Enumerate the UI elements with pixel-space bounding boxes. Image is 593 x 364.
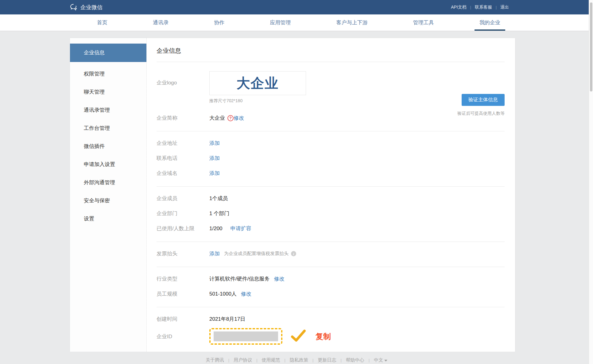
nav-tab-my-company[interactable]: 我的企业 (475, 14, 505, 31)
brand: 企业微信 (70, 4, 103, 11)
sidebar-item-wechat-plugin[interactable]: 微信插件 (70, 137, 146, 155)
members-row: 企业成员 1个成员 (157, 191, 505, 206)
industry-type-value: 计算机软件/硬件/信息服务 (209, 275, 269, 282)
nav-tab-collaboration[interactable]: 协作 (209, 14, 229, 31)
sidebar-item-settings[interactable]: 设置 (70, 210, 146, 228)
footer-link-user-agreement[interactable]: 用户协议 (234, 357, 252, 363)
staff-size-value: 501-1000人 (209, 290, 237, 297)
nav-tab-customers[interactable]: 客户与上下游 (331, 14, 373, 31)
company-domain-row: 企业域名 添加 (157, 166, 505, 181)
language-selector[interactable]: 中文 (374, 357, 387, 363)
separator: | (369, 358, 370, 362)
company-address-add-link[interactable]: 添加 (209, 140, 220, 147)
section-industry: 行业类型 计算机软件/硬件/信息服务 修改 员工规模 501-1000人 修改 (157, 267, 505, 307)
created-date-value: 2021年8月17日 (209, 316, 245, 323)
annotation-copy-label: 复制 (316, 331, 331, 342)
separator: | (256, 358, 257, 362)
sidebar-item-permissions[interactable]: 权限管理 (70, 65, 146, 83)
window-scrollbar-thumb[interactable] (590, 2, 592, 91)
content-card: 企业信息 权限管理 聊天管理 通讯录管理 工作台管理 微信插件 申请加入设置 外… (70, 38, 515, 352)
company-address-label: 企业地址 (157, 140, 209, 147)
section-meta: 创建时间 2021年8月17日 企业ID 复制 (157, 307, 505, 352)
verify-entity-button[interactable]: 验证主体信息 (462, 94, 505, 106)
separator: | (228, 358, 229, 362)
sidebar-item-join-settings[interactable]: 申请加入设置 (70, 155, 146, 173)
sidebar-item-workbench[interactable]: 工作台管理 (70, 119, 146, 137)
quota-value: 1/200 (209, 226, 223, 232)
sidebar-item-company-info[interactable]: 企业信息 (70, 44, 146, 62)
staff-size-label: 员工规模 (157, 290, 209, 297)
wechat-work-logo-icon (70, 4, 78, 11)
nav-tab-home[interactable]: 首页 (92, 14, 112, 31)
invoice-hint: 为企业成员配置增值税发票抬头 (224, 251, 289, 257)
invoice-row: 发票抬头 添加 为企业成员配置增值税发票抬头 i (157, 246, 505, 261)
quota-label: 已使用/人数上限 (157, 225, 209, 232)
top-bar: 企业微信 API文档 | 联系客服 | 退出 (0, 0, 593, 14)
separator: | (285, 358, 285, 362)
company-info-panel: 企业信息 企业logo 大企业 推荐尺寸702*180 企业简称 大企业 (147, 38, 515, 352)
sidebar-item-chat-management[interactable]: 聊天管理 (70, 83, 146, 101)
sidebar-item-external-comm[interactable]: 外部沟通管理 (70, 173, 146, 192)
page-body: 企业信息 权限管理 聊天管理 通讯录管理 工作台管理 微信插件 申请加入设置 外… (0, 31, 593, 363)
separator: | (340, 358, 341, 362)
separator: | (470, 5, 471, 10)
created-date-label: 创建时间 (157, 316, 209, 323)
expand-quota-link[interactable]: 申请扩容 (231, 225, 251, 232)
industry-type-row: 行业类型 计算机软件/硬件/信息服务 修改 (157, 271, 505, 286)
company-logo-upload[interactable]: 大企业 (209, 71, 306, 95)
logo-size-hint: 推荐尺寸702*180 (209, 98, 306, 104)
members-label: 企业成员 (157, 195, 209, 202)
invoice-label: 发票抬头 (157, 250, 209, 257)
short-name-label: 企业简称 (157, 114, 209, 122)
section-identity: 企业logo 大企业 推荐尺寸702*180 企业简称 大企业 ? 修改 验 (157, 62, 505, 131)
company-domain-add-link[interactable]: 添加 (209, 170, 220, 177)
contact-support-link[interactable]: 联系客服 (475, 5, 492, 10)
footer-link-privacy-policy[interactable]: 隐私政策 (290, 357, 308, 363)
contact-phone-label: 联系电话 (157, 155, 209, 162)
separator: | (496, 5, 497, 10)
window-scrollbar-track[interactable] (589, 0, 593, 364)
company-address-row: 企业地址 添加 (157, 136, 505, 151)
settings-sidebar: 企业信息 权限管理 聊天管理 通讯录管理 工作台管理 微信插件 申请加入设置 外… (70, 38, 147, 352)
footer-link-changelog[interactable]: 更新日志 (318, 357, 336, 363)
members-value: 1个成员 (209, 195, 228, 202)
nav-tab-admin-tools[interactable]: 管理工具 (408, 14, 439, 31)
contact-phone-add-link[interactable]: 添加 (209, 155, 220, 162)
invoice-add-link[interactable]: 添加 (209, 250, 220, 257)
question-circle-icon[interactable]: ? (227, 115, 234, 121)
short-name-value: 大企业 (209, 114, 225, 122)
company-logo-label: 企业logo (157, 71, 209, 104)
footer-link-usage-rules[interactable]: 使用规范 (262, 357, 280, 363)
top-bar-links: API文档 | 联系客服 | 退出 (451, 5, 509, 10)
info-circle-icon[interactable]: i (291, 251, 296, 256)
staff-size-edit-link[interactable]: 修改 (241, 290, 251, 297)
footer-link-help-center[interactable]: 帮助中心 (346, 357, 364, 363)
nav-tab-apps[interactable]: 应用管理 (265, 14, 296, 31)
logout-link[interactable]: 退出 (500, 5, 509, 10)
corp-id-value-redacted (214, 331, 278, 341)
sidebar-item-contacts-management[interactable]: 通讯录管理 (70, 101, 146, 119)
primary-nav: 首页 通讯录 协作 应用管理 客户与上下游 管理工具 我的企业 (0, 14, 593, 31)
industry-type-label: 行业类型 (157, 275, 209, 282)
footer-link-about-tencent[interactable]: 关于腾讯 (206, 357, 224, 363)
short-name-edit-link[interactable]: 修改 (234, 114, 244, 122)
annotation-highlight-box (209, 328, 282, 345)
language-label: 中文 (374, 357, 383, 362)
api-docs-link[interactable]: API文档 (451, 5, 467, 10)
section-stats: 企业成员 1个成员 企业部门 1 个部门 已使用/人数上限 1/200 申请扩容 (157, 187, 505, 242)
page-title: 企业信息 (157, 47, 505, 55)
annotation-check-icon (290, 329, 306, 343)
industry-type-edit-link[interactable]: 修改 (274, 275, 284, 282)
separator: | (312, 358, 313, 362)
verify-hint: 验证后可提高使用人数等 (457, 111, 505, 116)
created-date-row: 创建时间 2021年8月17日 (157, 312, 505, 327)
departments-label: 企业部门 (157, 210, 209, 217)
verify-block: 验证主体信息 验证后可提高使用人数等 (457, 94, 505, 116)
departments-value: 1 个部门 (209, 210, 229, 217)
corp-id-row: 企业ID 复制 (157, 327, 505, 346)
nav-tab-contacts[interactable]: 通讯录 (148, 14, 173, 31)
footer: 关于腾讯 | 用户协议 | 使用规范 | 隐私政策 | 更新日志 | 帮助中心 … (0, 357, 593, 363)
company-logo-image: 大企业 (237, 74, 279, 92)
sidebar-item-security[interactable]: 安全与保密 (70, 192, 146, 210)
short-name-row: 企业简称 大企业 ? 修改 (157, 110, 505, 126)
